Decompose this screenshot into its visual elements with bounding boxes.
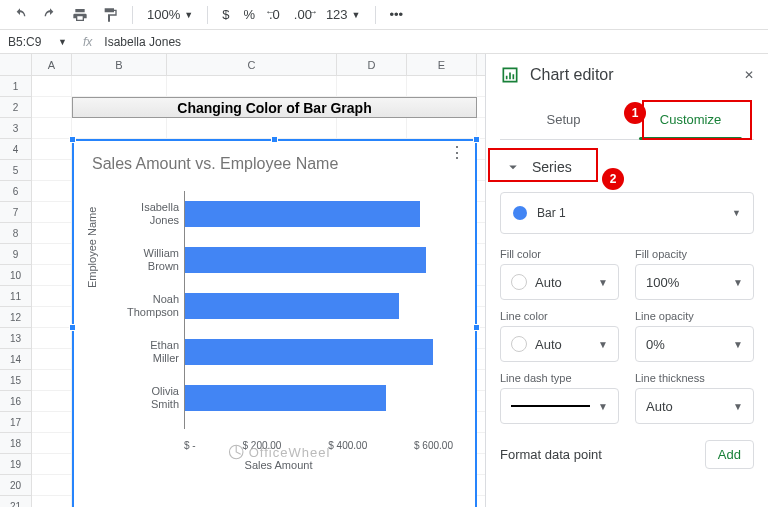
chart-bar[interactable] xyxy=(185,385,386,411)
fill-color-label: Fill color xyxy=(500,248,619,260)
bar-label: IsabellaJones xyxy=(99,201,179,226)
line-dash-select[interactable]: ▼ xyxy=(500,388,619,424)
annotation-badge: 1 xyxy=(624,102,646,124)
series-color-dot xyxy=(513,206,527,220)
series-select[interactable]: Bar 1 ▼ xyxy=(500,192,754,234)
row-header[interactable]: 5 xyxy=(0,160,32,181)
line-dash-label: Line dash type xyxy=(500,372,619,384)
bar-label: EthanMiller xyxy=(99,339,179,364)
row-header[interactable]: 20 xyxy=(0,475,32,496)
spreadsheet-area[interactable]: A B C D E 123456789101112131415161718192… xyxy=(0,54,485,507)
chart-icon xyxy=(500,65,520,85)
col-header[interactable]: E xyxy=(407,54,477,75)
zoom-select[interactable]: 100%▼ xyxy=(143,7,197,22)
chart-bar[interactable] xyxy=(185,201,420,227)
col-header[interactable]: D xyxy=(337,54,407,75)
bar-label: OliviaSmith xyxy=(99,385,179,410)
fill-opacity-select[interactable]: 100%▼ xyxy=(635,264,754,300)
currency-button[interactable]: $ xyxy=(218,7,233,22)
chart-bar[interactable] xyxy=(185,247,426,273)
redo-button[interactable] xyxy=(38,3,62,27)
col-header[interactable]: C xyxy=(167,54,337,75)
line-color-label: Line color xyxy=(500,310,619,322)
col-header[interactable]: B xyxy=(72,54,167,75)
annotation-badge: 2 xyxy=(602,168,624,190)
decrease-decimal-button[interactable]: .0← xyxy=(265,7,284,22)
increase-decimal-button[interactable]: .00→ xyxy=(290,7,316,22)
chart-menu-icon[interactable]: ⋮ xyxy=(449,151,465,155)
formula-bar: B5:C9▼ fx Isabella Jones xyxy=(0,30,768,54)
format-data-point-label: Format data point xyxy=(500,447,602,462)
tab-customize[interactable]: Customize xyxy=(627,100,754,139)
row-header[interactable]: 11 xyxy=(0,286,32,307)
row-header[interactable]: 21 xyxy=(0,496,32,507)
row-header[interactable]: 7 xyxy=(0,202,32,223)
bar-label: NoahThompson xyxy=(99,293,179,318)
col-header[interactable]: A xyxy=(32,54,72,75)
row-header[interactable]: 12 xyxy=(0,307,32,328)
formula-input[interactable]: Isabella Jones xyxy=(100,35,185,49)
fill-color-select[interactable]: Auto▼ xyxy=(500,264,619,300)
fill-opacity-label: Fill opacity xyxy=(635,248,754,260)
row-header[interactable]: 4 xyxy=(0,139,32,160)
add-button[interactable]: Add xyxy=(705,440,754,469)
sheet-title-cell: Changing Color of Bar Graph xyxy=(72,97,477,118)
chart-bar[interactable] xyxy=(185,293,399,319)
embedded-chart[interactable]: ⋮ Sales Amount vs. Employee Name Employe… xyxy=(72,139,477,507)
more-toolbar-button[interactable]: ••• xyxy=(386,7,408,22)
select-all-corner[interactable] xyxy=(0,54,32,75)
line-thickness-select[interactable]: Auto▼ xyxy=(635,388,754,424)
paint-format-button[interactable] xyxy=(98,3,122,27)
undo-button[interactable] xyxy=(8,3,32,27)
x-tick: $ 600.00 xyxy=(414,440,453,451)
watermark: OfficeWheel xyxy=(227,443,331,461)
chart-bar[interactable] xyxy=(185,339,433,365)
name-box[interactable]: B5:C9▼ xyxy=(0,35,75,49)
toolbar: 100%▼ $ % .0← .00→ 123▼ ••• xyxy=(0,0,768,30)
x-tick: $ - xyxy=(184,440,196,451)
line-opacity-label: Line opacity xyxy=(635,310,754,322)
row-header[interactable]: 2 xyxy=(0,97,32,118)
chart-y-axis-label: Employee Name xyxy=(86,207,98,288)
line-color-select[interactable]: Auto▼ xyxy=(500,326,619,362)
row-header[interactable]: 15 xyxy=(0,370,32,391)
chevron-down-icon xyxy=(504,158,522,176)
line-thickness-label: Line thickness xyxy=(635,372,754,384)
row-header[interactable]: 17 xyxy=(0,412,32,433)
fx-icon: fx xyxy=(75,35,100,49)
row-header[interactable]: 9 xyxy=(0,244,32,265)
row-header[interactable]: 8 xyxy=(0,223,32,244)
x-tick: $ 400.00 xyxy=(328,440,367,451)
row-header[interactable]: 14 xyxy=(0,349,32,370)
row-header[interactable]: 13 xyxy=(0,328,32,349)
line-opacity-select[interactable]: 0%▼ xyxy=(635,326,754,362)
row-header[interactable]: 10 xyxy=(0,265,32,286)
row-header[interactable]: 18 xyxy=(0,433,32,454)
print-button[interactable] xyxy=(68,3,92,27)
series-section-toggle[interactable]: Series xyxy=(500,148,754,186)
tab-setup[interactable]: Setup xyxy=(500,100,627,139)
chart-title: Sales Amount vs. Employee Name xyxy=(74,141,475,183)
number-format-button[interactable]: 123▼ xyxy=(322,7,365,22)
row-header[interactable]: 6 xyxy=(0,181,32,202)
sidebar-title: Chart editor xyxy=(530,66,614,84)
close-icon[interactable]: ✕ xyxy=(744,68,754,82)
row-header[interactable]: 3 xyxy=(0,118,32,139)
percent-button[interactable]: % xyxy=(239,7,259,22)
bar-label: WilliamBrown xyxy=(99,247,179,272)
chart-editor-sidebar: Chart editor ✕ Setup Customize Series Ba… xyxy=(485,54,768,507)
row-header[interactable]: 16 xyxy=(0,391,32,412)
row-header[interactable]: 1 xyxy=(0,76,32,97)
row-header[interactable]: 19 xyxy=(0,454,32,475)
